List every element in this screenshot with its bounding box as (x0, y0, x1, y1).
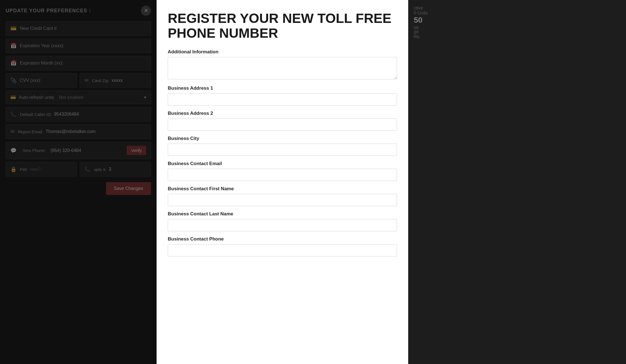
business-contact-email-label: Business Contact Email (168, 161, 397, 166)
register-toll-free-modal: REGISTER YOUR NEW TOLL FREE PHONE NUMBER… (157, 0, 408, 364)
business-address-2-input[interactable] (168, 118, 397, 131)
business-contact-phone-label: Business Contact Phone (168, 236, 397, 242)
business-address-1-input[interactable] (168, 93, 397, 106)
business-address-1-label: Business Address 1 (168, 85, 397, 91)
business-address-1-group: Business Address 1 (168, 85, 397, 106)
business-contact-email-group: Business Contact Email (168, 161, 397, 181)
business-city-group: Business City (168, 136, 397, 156)
additional-info-input[interactable] (168, 57, 397, 79)
modal-title: REGISTER YOUR NEW TOLL FREE PHONE NUMBER (168, 11, 397, 41)
business-city-label: Business City (168, 136, 397, 141)
business-contact-first-name-label: Business Contact First Name (168, 186, 397, 192)
business-contact-last-name-input[interactable] (168, 219, 397, 231)
business-contact-phone-input[interactable] (168, 244, 397, 256)
additional-info-label: Additional Information (168, 49, 397, 55)
business-contact-first-name-input[interactable] (168, 194, 397, 206)
additional-info-group: Additional Information (168, 49, 397, 80)
business-address-2-label: Business Address 2 (168, 111, 397, 116)
business-contact-last-name-group: Business Contact Last Name (168, 211, 397, 231)
business-contact-last-name-label: Business Contact Last Name (168, 211, 397, 217)
business-contact-first-name-group: Business Contact First Name (168, 186, 397, 206)
business-contact-email-input[interactable] (168, 169, 397, 181)
business-city-input[interactable] (168, 144, 397, 156)
business-contact-phone-group: Business Contact Phone (168, 236, 397, 256)
business-address-2-group: Business Address 2 (168, 111, 397, 131)
